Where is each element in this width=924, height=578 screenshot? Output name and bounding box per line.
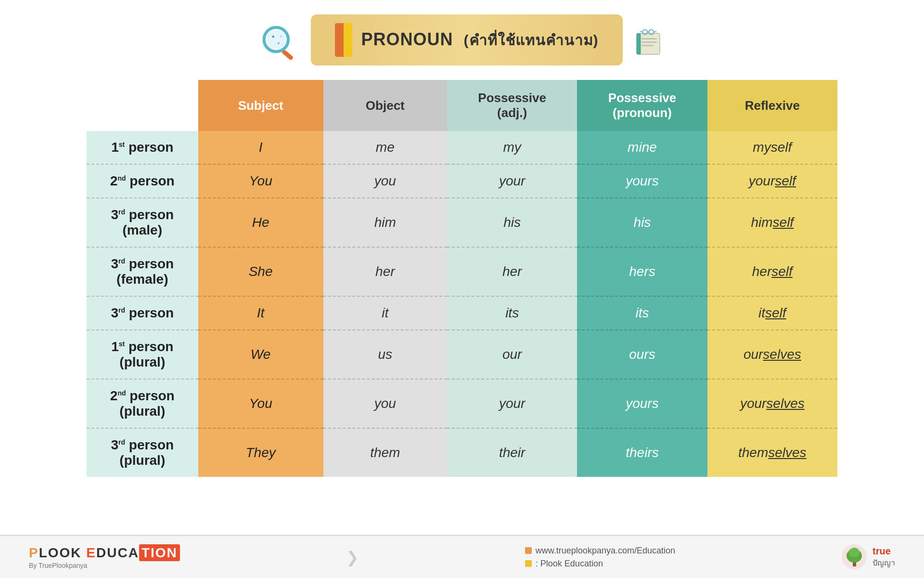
svg-text:✦: ✦ <box>277 41 281 46</box>
cell-subject: I <box>198 131 323 165</box>
table-row: 3rd personItititsitsitself <box>87 297 837 330</box>
main-content: Subject Object Possessive(adj.) Possessi… <box>87 75 837 535</box>
cell-poss-pron: theirs <box>577 429 707 477</box>
cell-poss-adj: her <box>447 248 577 297</box>
cell-subject: He <box>198 198 323 248</box>
svg-text:✦: ✦ <box>280 34 282 39</box>
cell-object: me <box>323 131 447 165</box>
th-poss-adj: Possessive(adj.) <box>447 80 577 131</box>
cell-subject: She <box>198 248 323 297</box>
cell-poss-pron: his <box>577 198 707 248</box>
svg-point-2 <box>267 30 286 49</box>
brand-sub: ปัญญา <box>873 557 895 569</box>
magnifier-icon: ✦ ✦ ✦ <box>258 22 301 66</box>
footer-logo-section: PLOOK EDUCATION By TruePlookpanya <box>29 545 180 569</box>
cell-poss-pron: mine <box>577 131 707 165</box>
table-row: 2nd personYouyouyouryoursyourself <box>87 165 837 198</box>
cell-poss-adj: their <box>447 429 577 477</box>
row-label: 3rd person (female) <box>87 248 198 297</box>
title-banner: PRONOUN (คำที่ใช้แทนคำนาม) <box>311 14 622 66</box>
logo-look: LOOK <box>39 545 82 560</box>
row-label: 1st person <box>87 131 198 165</box>
cell-poss-pron: yours <box>577 165 707 198</box>
cell-poss-pron: hers <box>577 248 707 297</box>
brand-true: true <box>873 546 895 557</box>
table-row: 3rd person (female)Sheherherhersherself <box>87 248 837 297</box>
footer-links: www.trueplookpanya.com/Education : Plook… <box>525 546 675 569</box>
th-reflexive: Reflexive <box>707 80 837 131</box>
logo-e: E <box>86 545 96 560</box>
cell-object: you <box>323 165 447 198</box>
cell-poss-adj: its <box>447 297 577 330</box>
svg-text:✦: ✦ <box>271 34 275 39</box>
footer-divider-icon: ❯ <box>346 548 359 566</box>
footer-divider-section: ❯ <box>346 548 359 566</box>
page-footer: PLOOK EDUCATION By TruePlookpanya ❯ www.… <box>0 535 924 578</box>
logo-duca: DUCA <box>96 545 139 560</box>
th-object: Object <box>323 80 447 131</box>
magnifier-decoration: ✦ ✦ ✦ <box>258 22 301 67</box>
footer-byline: By TruePlookpanya <box>29 562 180 569</box>
th-subject: Subject <box>198 80 323 131</box>
dot-orange <box>525 547 532 554</box>
cell-reflexive: themselves <box>707 429 837 477</box>
page-title: PRONOUN (คำที่ใช้แทนคำนาม) <box>361 29 598 52</box>
row-label: 3rd person (male) <box>87 198 198 248</box>
table-row: 1st person (plural)Weusouroursourselves <box>87 330 837 380</box>
cell-reflexive: yourself <box>707 165 837 198</box>
svg-rect-7 <box>636 33 641 54</box>
table-header-row: Subject Object Possessive(adj.) Possessi… <box>87 80 837 131</box>
table-row: 3rd person (male)Hehimhishishimself <box>87 198 837 248</box>
footer-social-text: : Plook Education <box>536 559 603 569</box>
cell-subject: You <box>198 380 323 429</box>
row-label: 3rd person (plural) <box>87 429 198 477</box>
th-poss-pron: Possessive(pronoun) <box>577 80 707 131</box>
title-thai: (คำที่ใช้แทนคำนาม) <box>464 32 599 48</box>
svg-line-15 <box>654 31 656 32</box>
cell-reflexive: herself <box>707 248 837 297</box>
header-strips <box>335 23 352 57</box>
cell-poss-pron: ours <box>577 330 707 380</box>
true-tree-icon <box>841 544 868 570</box>
footer-url-text: www.trueplookpanya.com/Education <box>536 546 675 556</box>
cell-reflexive: ourselves <box>707 330 837 380</box>
yellow-strip <box>344 23 352 57</box>
cell-poss-pron: its <box>577 297 707 330</box>
footer-logo: PLOOK EDUCATION <box>29 545 180 561</box>
cell-reflexive: yourselves <box>707 380 837 429</box>
row-label: 2nd person (plural) <box>87 380 198 429</box>
cell-subject: They <box>198 429 323 477</box>
page-header: ✦ ✦ ✦ PRONOUN (คำที่ใช้แทนคำนาม) <box>0 0 924 75</box>
row-label: 1st person (plural) <box>87 330 198 380</box>
cell-poss-adj: your <box>447 380 577 429</box>
footer-social: : Plook Education <box>525 559 675 569</box>
logo-p: P <box>29 545 39 560</box>
brand-text: true ปัญญา <box>873 546 895 569</box>
cell-reflexive: myself <box>707 131 837 165</box>
cell-poss-adj: my <box>447 131 577 165</box>
svg-point-19 <box>849 548 860 557</box>
pronoun-table: Subject Object Possessive(adj.) Possessi… <box>87 80 837 477</box>
row-label: 3rd person <box>87 297 198 330</box>
cell-object: it <box>323 297 447 330</box>
cell-object: you <box>323 380 447 429</box>
cell-poss-adj: our <box>447 330 577 380</box>
cell-poss-adj: his <box>447 198 577 248</box>
orange-strip <box>335 23 344 57</box>
logo-tion: TION <box>139 544 180 561</box>
cell-object: them <box>323 429 447 477</box>
cell-reflexive: himself <box>707 198 837 248</box>
cell-object: her <box>323 248 447 297</box>
cell-poss-pron: yours <box>577 380 707 429</box>
book-icon <box>632 27 666 61</box>
table-row: 3rd person (plural)Theythemtheirtheirsth… <box>87 429 837 477</box>
table-row: 1st personImemyminemyself <box>87 131 837 165</box>
cell-subject: We <box>198 330 323 380</box>
th-empty <box>87 80 198 131</box>
table-body: 1st personImemyminemyself2nd personYouyo… <box>87 131 837 477</box>
cell-poss-adj: your <box>447 165 577 198</box>
row-label: 2nd person <box>87 165 198 198</box>
footer-website: www.trueplookpanya.com/Education <box>525 546 675 556</box>
title-pronoun: PRONOUN <box>361 29 453 49</box>
cell-object: him <box>323 198 447 248</box>
